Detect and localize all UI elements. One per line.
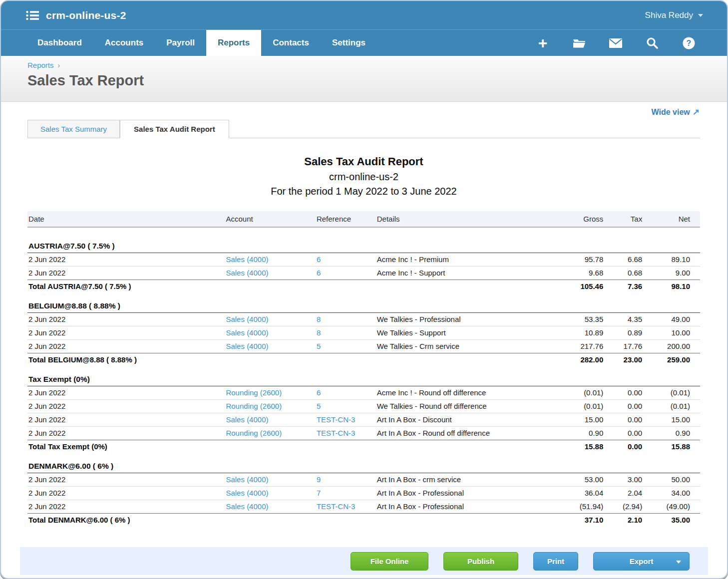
account-link[interactable]: Sales (4000) [226, 328, 268, 337]
breadcrumb-reports-link[interactable]: Reports [27, 61, 54, 69]
wide-view-link[interactable]: Wide view ↗ [652, 107, 700, 117]
cell-net: 49.00 [642, 313, 700, 326]
nav-item-contacts[interactable]: Contacts [261, 30, 321, 56]
section-total-row: Total AUSTRIA@7.50 ( 7.5% ) 105.46 7.36 … [27, 280, 700, 293]
col-net: Net [642, 211, 700, 227]
breadcrumb-separator: › [58, 61, 60, 69]
mail-icon[interactable] [609, 36, 622, 49]
total-tax: 0.00 [603, 440, 642, 454]
account-link[interactable]: Sales (4000) [226, 502, 268, 511]
app-window: crm-online-us-2 Shiva Reddy Dashboard Ac… [0, 0, 728, 579]
cell-net: (49.00) [642, 500, 700, 514]
reference-link[interactable]: 8 [317, 328, 321, 337]
cell-tax: 2.04 [603, 487, 642, 500]
col-gross: Gross [544, 211, 604, 227]
plus-icon[interactable]: + [536, 36, 549, 49]
nav-item-reports[interactable]: Reports [206, 30, 261, 56]
cell-date: 2 Jun 2022 [27, 413, 225, 427]
table-row: 2 Jun 2022 Sales (4000) 8 We Talkies - S… [27, 326, 700, 340]
export-button[interactable]: Export [593, 552, 690, 571]
folder-icon[interactable] [573, 36, 586, 49]
account-link[interactable]: Sales (4000) [226, 255, 268, 264]
cell-date: 2 Jun 2022 [27, 253, 225, 267]
report-title: Sales Tax Audit Report [27, 155, 700, 168]
reference-link[interactable]: TEST-CN-3 [317, 502, 356, 511]
section-denmark: DENMARK@6.00 ( 6% ) 2 Jun 2022 Sales (40… [27, 453, 700, 527]
cell-details: We Talkies - Professional [376, 313, 544, 326]
cell-tax: 17.76 [603, 340, 642, 353]
reference-link[interactable]: 5 [317, 342, 321, 350]
cell-details: Art In A Box - Round off difference [376, 427, 544, 440]
table-row: 2 Jun 2022 Rounding (2600) 5 We Talkies … [27, 400, 700, 413]
top-bar: crm-online-us-2 Shiva Reddy [1, 1, 727, 29]
nav-actions: + ? [536, 30, 695, 56]
total-label: Total DENMARK@6.00 ( 6% ) [27, 514, 544, 527]
section-total-row: Total BELGIUM@8.88 ( 8.88% ) 282.00 23.0… [27, 353, 700, 367]
col-account: Account [225, 211, 316, 227]
tab-sales-tax-audit-report[interactable]: Sales Tax Audit Report [120, 120, 229, 138]
search-icon[interactable] [646, 36, 659, 49]
cell-date: 2 Jun 2022 [27, 340, 225, 353]
help-icon[interactable]: ? [682, 36, 695, 49]
cell-gross: 9.68 [544, 267, 604, 280]
reference-link[interactable]: 7 [317, 489, 321, 497]
reference-link[interactable]: 6 [317, 388, 321, 397]
cell-net: (0.01) [642, 400, 700, 413]
cell-date: 2 Jun 2022 [27, 313, 225, 326]
account-link[interactable]: Sales (4000) [226, 475, 268, 484]
nav-item-dashboard[interactable]: Dashboard [26, 30, 93, 56]
cell-details: Acme Inc ! - Round off difference [376, 386, 544, 400]
export-caret-icon [676, 561, 681, 564]
nav-item-payroll[interactable]: Payroll [155, 30, 206, 56]
table-row: 2 Jun 2022 Sales (4000) TEST-CN-3 Art In… [27, 500, 700, 514]
table-row: 2 Jun 2022 Sales (4000) 8 We Talkies - P… [27, 313, 700, 326]
reference-link[interactable]: 5 [317, 402, 321, 410]
cell-details: We Talkies - Crm service [376, 340, 544, 353]
total-net: 259.00 [642, 353, 700, 367]
cell-gross: (0.01) [544, 386, 604, 400]
cell-net: 200.00 [642, 340, 700, 353]
cell-net: 15.00 [642, 413, 700, 427]
section-header: DENMARK@6.00 ( 6% ) [27, 459, 700, 473]
cell-gross: 53.35 [544, 313, 604, 326]
account-link[interactable]: Rounding (2600) [226, 429, 282, 437]
account-link[interactable]: Rounding (2600) [226, 388, 282, 397]
account-link[interactable]: Sales (4000) [226, 415, 268, 424]
reference-link[interactable]: 9 [317, 475, 321, 484]
publish-button[interactable]: Publish [443, 552, 518, 571]
account-link[interactable]: Sales (4000) [226, 269, 268, 277]
cell-gross: 10.89 [544, 326, 604, 340]
table-row: 2 Jun 2022 Sales (4000) 7 Art In A Box -… [27, 487, 700, 500]
account-link[interactable]: Sales (4000) [226, 342, 268, 350]
reference-link[interactable]: TEST-CN-3 [317, 415, 356, 424]
total-tax: 23.00 [603, 353, 642, 367]
report-period: For the period 1 May 2022 to 3 June 2022 [27, 186, 700, 197]
cell-details: Art In A Box - crm service [376, 473, 544, 487]
account-link[interactable]: Sales (4000) [226, 489, 268, 497]
svg-text:?: ? [686, 39, 691, 47]
total-gross: 15.88 [544, 440, 604, 454]
cell-date: 2 Jun 2022 [27, 386, 225, 400]
table-header-row: Date Account Reference Details Gross Tax… [27, 211, 700, 227]
tab-sales-tax-summary[interactable]: Sales Tax Summary [27, 120, 120, 138]
cell-net: (0.01) [642, 386, 700, 400]
reference-link[interactable]: 6 [317, 269, 321, 277]
cell-tax: (2.94) [603, 500, 642, 514]
print-button[interactable]: Print [533, 552, 578, 571]
section-tax-exempt: Tax Exempt (0%) 2 Jun 2022 Rounding (260… [27, 366, 700, 453]
cell-gross: 95.78 [544, 253, 604, 267]
account-link[interactable]: Rounding (2600) [226, 402, 282, 410]
page-header: Reports › Sales Tax Report [1, 56, 727, 102]
account-link[interactable]: Sales (4000) [226, 315, 268, 323]
col-reference: Reference [316, 211, 376, 227]
list-menu-icon[interactable] [26, 10, 39, 21]
section-header: AUSTRIA@7.50 ( 7.5% ) [27, 239, 700, 253]
file-online-button[interactable]: File Online [351, 552, 428, 571]
reference-link[interactable]: 8 [317, 315, 321, 323]
nav-item-accounts[interactable]: Accounts [93, 30, 155, 56]
nav-item-settings[interactable]: Settings [321, 30, 377, 56]
reference-link[interactable]: TEST-CN-3 [317, 429, 356, 437]
user-menu[interactable]: Shiva Reddy [645, 10, 703, 20]
reference-link[interactable]: 6 [317, 255, 321, 264]
total-label: Total BELGIUM@8.88 ( 8.88% ) [27, 353, 544, 367]
